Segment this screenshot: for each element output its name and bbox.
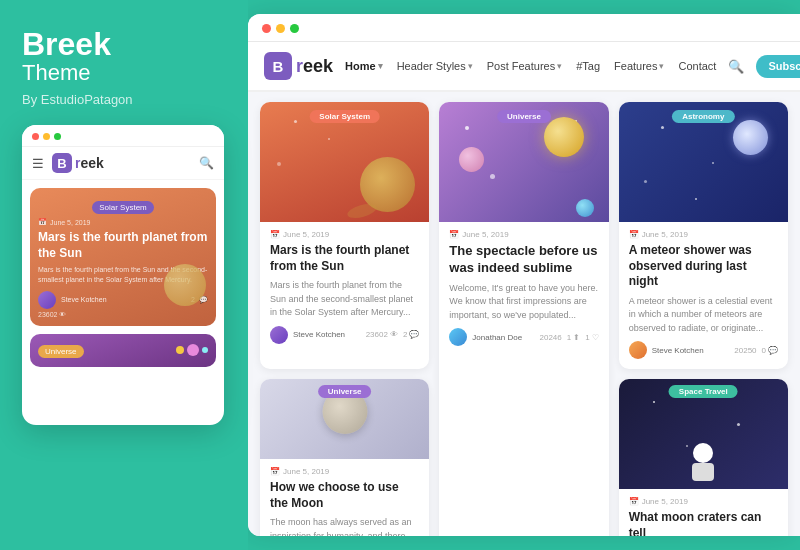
calendar-icon: 📅 — [629, 497, 639, 506]
card-spectacle[interactable]: Universe 📅 June 5, 2019 The spectacle be… — [439, 102, 608, 536]
card-meteor-image: Astronomy — [619, 102, 788, 222]
card-space-travel-date: 📅 June 5, 2019 — [629, 497, 778, 506]
right-panel: B reek Home ▾ Header Styles ▾ Post Featu… — [248, 14, 800, 536]
hamburger-icon[interactable]: ☰ — [32, 156, 44, 171]
mobile-topbar — [22, 125, 224, 147]
card-spectacle-title: The spectacle before us was indeed subli… — [449, 243, 598, 277]
card-mars-avatar — [270, 326, 288, 344]
card-space-travel-badge: Space Travel — [669, 385, 738, 398]
card-moon-title: How we choose to use the Moon — [270, 480, 419, 511]
left-panel: Breek Theme By EstudioPatagon ☰ B reek 🔍… — [0, 0, 248, 550]
logo-b-icon: B — [264, 52, 292, 80]
card-moon-image: Universe — [260, 379, 429, 459]
card-meteor-badge: Astronomy — [672, 110, 734, 123]
card-mars[interactable]: Solar System 📅 June 5, 2019 Mars is the … — [260, 102, 429, 369]
card-meteor-avatar — [629, 341, 647, 359]
brand-title: Breek — [22, 28, 226, 60]
nav-header-styles[interactable]: Header Styles ▾ — [397, 60, 473, 72]
planet-decoration — [164, 264, 206, 306]
mobile-logo: B reek — [52, 153, 191, 173]
browser-dot-green — [290, 24, 299, 33]
calendar-icon: 📅 — [270, 467, 280, 476]
mobile-preview: ☰ B reek 🔍 Solar System 📅 June 5, 2019 M… — [22, 125, 224, 425]
mobile-card-badge: Solar System — [92, 201, 154, 214]
nav-contact[interactable]: Contact — [678, 60, 716, 72]
card-moon-excerpt: The moon has always served as an inspira… — [270, 516, 419, 536]
mobile-views: 23602 👁 — [38, 311, 208, 318]
card-moon-badge: Universe — [318, 385, 372, 398]
by-line: By EstudioPatagon — [22, 92, 226, 107]
dot-yellow — [43, 133, 50, 140]
calendar-icon: 📅 — [629, 230, 639, 239]
card-mars-image: Solar System — [260, 102, 429, 222]
mobile-logo-text: reek — [75, 155, 104, 171]
site-header: B reek Home ▾ Header Styles ▾ Post Featu… — [248, 42, 800, 92]
card-spectacle-likes: 1 ♡ — [585, 333, 598, 342]
comment-icon: 💬 — [409, 330, 419, 339]
card-mars-title: Mars is the fourth planet from the Sun — [270, 243, 419, 274]
mobile-avatar — [38, 291, 56, 309]
site-logo-text: reek — [296, 56, 333, 77]
heart-icon: ♡ — [592, 333, 599, 342]
card-spectacle-body: 📅 June 5, 2019 The spectacle before us w… — [439, 222, 608, 356]
card-spectacle-excerpt: Welcome, It's great to have you here. We… — [449, 282, 598, 323]
nav-home[interactable]: Home ▾ — [345, 60, 383, 72]
card-spectacle-avatar — [449, 328, 467, 346]
nav-post-features[interactable]: Post Features ▾ — [487, 60, 562, 72]
calendar-icon: 📅 — [449, 230, 459, 239]
card-moon-date: 📅 June 5, 2019 — [270, 467, 419, 476]
card-mars-comments: 2 💬 — [403, 330, 419, 339]
card-space-travel-image: Space Travel — [619, 379, 788, 489]
content-area[interactable]: Solar System 📅 June 5, 2019 Mars is the … — [248, 92, 800, 536]
card-mars-footer: Steve Kotchen 23602 👁 2 💬 — [270, 326, 419, 344]
calendar-icon: 📅 — [38, 218, 47, 226]
mobile-search-icon[interactable]: 🔍 — [199, 156, 214, 170]
card-mars-author: Steve Kotchen — [293, 330, 361, 339]
search-icon[interactable]: 🔍 — [728, 59, 744, 74]
mobile-universe-card[interactable]: Universe — [30, 334, 216, 367]
browser-dot-yellow — [276, 24, 285, 33]
card-meteor-excerpt: A meteor shower is a celestial event in … — [629, 295, 778, 336]
subscribe-button[interactable]: Subscribe ✈ — [756, 55, 800, 78]
card-meteor-comments: 0 💬 — [762, 346, 778, 355]
card-mars-views: 23602 👁 — [366, 330, 398, 339]
card-moon[interactable]: Universe 📅 June 5, 2019 How we choose to… — [260, 379, 429, 536]
dot-red — [32, 133, 39, 140]
site-logo: B reek — [264, 52, 333, 80]
calendar-icon: 📅 — [270, 230, 280, 239]
mobile-main-card[interactable]: Solar System 📅 June 5, 2019 Mars is the … — [30, 188, 216, 326]
card-spectacle-image: Universe — [439, 102, 608, 222]
card-space-travel-body: 📅 June 5, 2019 What moon craters can tel… — [619, 489, 788, 536]
card-mars-badge: Solar System — [309, 110, 380, 123]
dot-green — [54, 133, 61, 140]
card-space-travel-title: What moon craters can tell — [629, 510, 778, 536]
comment-icon: 💬 — [768, 346, 778, 355]
mobile-nav: ☰ B reek 🔍 — [22, 147, 224, 180]
card-spectacle-date: 📅 June 5, 2019 — [449, 230, 598, 239]
meteor-moon — [733, 120, 768, 155]
card-mars-excerpt: Mars is the fourth planet from the Sun a… — [270, 279, 419, 320]
card-spectacle-footer: Jonathan Doe 20246 1 ⬆ 1 ♡ — [449, 328, 598, 346]
card-space-travel[interactable]: Space Travel 📅 June 5, 2019 What moon cr… — [619, 379, 788, 536]
brand-subtitle: Theme — [22, 60, 226, 86]
card-moon-body: 📅 June 5, 2019 How we choose to use the … — [260, 459, 429, 536]
card-meteor-body: 📅 June 5, 2019 A meteor shower was obser… — [619, 222, 788, 369]
cards-grid-row1: Solar System 📅 June 5, 2019 Mars is the … — [260, 102, 788, 536]
site-nav: Home ▾ Header Styles ▾ Post Features ▾ #… — [345, 60, 716, 72]
card-spectacle-comments: 1 ⬆ — [567, 333, 580, 342]
spectacle-planet3 — [576, 199, 594, 217]
up-icon: ⬆ — [573, 333, 580, 342]
astronaut-figure — [689, 443, 717, 481]
mobile-logo-b-icon: B — [52, 153, 72, 173]
card-meteor[interactable]: Astronomy 📅 June 5, 2019 A meteor shower… — [619, 102, 788, 369]
mobile-card-title: Mars is the fourth planet from the Sun — [38, 230, 208, 261]
views-icon: 👁 — [390, 330, 398, 339]
mobile-universe-badge: Universe — [38, 345, 84, 358]
nav-features[interactable]: Features ▾ — [614, 60, 664, 72]
card-spectacle-author: Jonathan Doe — [472, 333, 534, 342]
nav-tag[interactable]: #Tag — [576, 60, 600, 72]
card-spectacle-views: 20246 — [540, 333, 562, 342]
mobile-card-date: 📅 June 5, 2019 — [38, 218, 208, 226]
card-meteor-views: 20250 — [734, 346, 756, 355]
universe-dots — [176, 344, 208, 356]
